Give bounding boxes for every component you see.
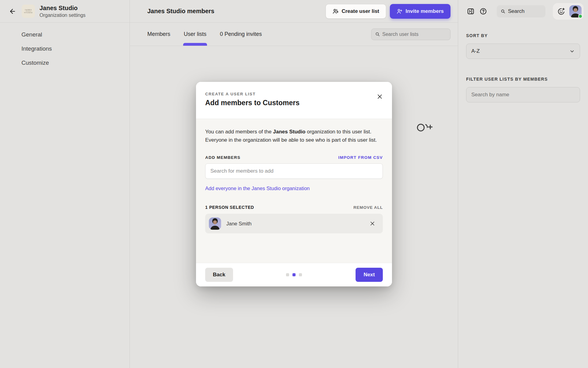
- modal-title: Add members to Customers: [205, 99, 383, 107]
- member-search-input[interactable]: [210, 168, 378, 174]
- profile-avatar-button[interactable]: [569, 5, 582, 17]
- chevron-down-icon: [569, 48, 575, 54]
- member-search-field[interactable]: [205, 163, 383, 179]
- selected-members-header: 1 PERSON SELECTED REMOVE ALL: [205, 205, 383, 210]
- close-button[interactable]: [375, 92, 385, 102]
- add-everyone-link[interactable]: Add everyone in the Janes Studio organiz…: [205, 186, 310, 191]
- arrow-left-icon: [9, 8, 16, 15]
- next-button[interactable]: Next: [356, 268, 383, 282]
- org-logo: JANES STUDIO: [22, 5, 35, 18]
- user-menu: [553, 3, 584, 20]
- filter-by-name-field[interactable]: [466, 87, 580, 102]
- modal-header: CREATE A USER LIST Add members to Custom…: [196, 82, 392, 119]
- filter-by-name-input[interactable]: [471, 92, 575, 98]
- main-header: Janes Studio members Create user list In…: [130, 0, 458, 23]
- back-button-modal[interactable]: Back: [205, 268, 233, 282]
- modal-footer: Back Next: [196, 263, 392, 286]
- settings-nav: General Integrations Customize: [0, 23, 130, 66]
- sort-select-value: A-Z: [471, 48, 480, 54]
- tab-user-lists[interactable]: User lists: [184, 23, 206, 46]
- tab-pending-invites[interactable]: 0 Pending invites: [220, 23, 262, 46]
- org-header: JANES STUDIO Janes Studio Organization s…: [0, 0, 130, 23]
- selected-member-row: Jane Smith: [205, 214, 383, 233]
- search-icon: [501, 9, 505, 14]
- add-members-modal: CREATE A USER LIST Add members to Custom…: [196, 82, 392, 286]
- topbar: [458, 0, 588, 23]
- org-subtitle: Organization settings: [40, 12, 85, 18]
- sidebar-item-general[interactable]: General: [21, 31, 130, 38]
- tab-members[interactable]: Members: [147, 23, 170, 46]
- step-dot-3: [299, 273, 302, 276]
- invite-members-button[interactable]: Invite members: [390, 4, 450, 19]
- user-plus-icon: [397, 8, 403, 14]
- logo-divider: [26, 11, 31, 11]
- close-icon: [377, 94, 383, 100]
- help-icon: [479, 7, 487, 15]
- tabs: Members User lists 0 Pending invites: [147, 23, 262, 46]
- create-user-list-button[interactable]: Create user list: [326, 4, 386, 19]
- filter-panel: SORT BY A-Z FILTER USER LISTS BY MEMBERS: [458, 23, 588, 102]
- members-tabbar: Members User lists 0 Pending invites: [130, 23, 458, 46]
- right-panel: SORT BY A-Z FILTER USER LISTS BY MEMBERS: [458, 0, 588, 368]
- emoji-status-button[interactable]: [556, 6, 566, 17]
- sort-by-label: SORT BY: [466, 33, 580, 38]
- online-status-dot: [578, 14, 582, 18]
- sidebar-item-integrations[interactable]: Integrations: [21, 45, 130, 52]
- sidebar-item-customize[interactable]: Customize: [21, 59, 130, 66]
- remove-member-button[interactable]: [368, 219, 377, 228]
- close-icon: [370, 221, 375, 226]
- member-name: Jane Smith: [226, 221, 252, 227]
- remove-all-button[interactable]: REMOVE ALL: [353, 205, 383, 210]
- back-button[interactable]: [7, 6, 18, 17]
- step-dot-2-active: [292, 273, 296, 276]
- step-indicator: [286, 273, 302, 276]
- org-logo-line2: STUDIO: [24, 12, 33, 13]
- org-name: Janes Studio: [40, 4, 85, 12]
- user-lists-search[interactable]: [371, 29, 450, 40]
- collapse-panel-icon: [467, 7, 475, 15]
- add-members-row: ADD MEMBERS IMPORT FROM CSV: [205, 155, 383, 160]
- step-dot-1: [286, 273, 289, 276]
- selected-count-label: 1 PERSON SELECTED: [205, 205, 254, 210]
- modal-description: You can add members of the Janes Studio …: [205, 128, 383, 144]
- user-lists-search-input[interactable]: [382, 32, 447, 37]
- global-search-input[interactable]: [508, 8, 541, 14]
- users-plus-icon: [333, 8, 339, 14]
- org-titles: Janes Studio Organization settings: [40, 4, 85, 18]
- search-icon: [375, 32, 380, 37]
- org-logo-line1: JANES: [25, 9, 32, 11]
- add-members-label: ADD MEMBERS: [205, 155, 240, 160]
- import-from-csv-link[interactable]: IMPORT FROM CSV: [338, 155, 383, 160]
- sort-select[interactable]: A-Z: [466, 44, 580, 59]
- modal-eyebrow: CREATE A USER LIST: [205, 92, 383, 96]
- help-button[interactable]: [479, 6, 488, 17]
- description-pre: You can add members of the: [205, 129, 273, 135]
- modal-body: You can add members of the Janes Studio …: [196, 119, 392, 263]
- settings-sidebar: JANES STUDIO Janes Studio Organization s…: [0, 0, 130, 368]
- header-actions: Create user list Invite members: [326, 4, 450, 19]
- filter-by-members-label: FILTER USER LISTS BY MEMBERS: [466, 77, 580, 82]
- create-user-list-label: Create user list: [341, 8, 379, 14]
- page-title: Janes Studio members: [147, 8, 214, 15]
- global-search[interactable]: [497, 5, 545, 17]
- description-org-name: Janes Studio: [273, 129, 305, 135]
- invite-members-label: Invite members: [405, 8, 444, 14]
- empty-state-users-icon: [414, 121, 434, 134]
- emoji-add-icon: [557, 7, 565, 16]
- member-avatar: [209, 217, 221, 230]
- collapse-panel-button[interactable]: [466, 6, 476, 17]
